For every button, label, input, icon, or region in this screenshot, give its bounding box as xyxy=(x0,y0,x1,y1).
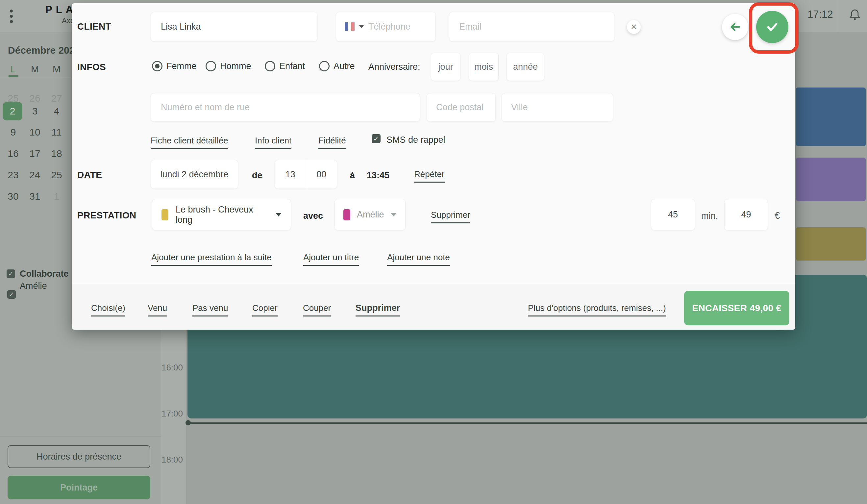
gender-radio-autre[interactable]: Autre xyxy=(319,61,355,72)
min-label: min. xyxy=(701,211,718,221)
start-time-inputs: 13 00 xyxy=(275,160,337,189)
time-label: 18:00 xyxy=(159,455,183,465)
pas-venu-link[interactable]: Pas venu xyxy=(192,303,228,317)
info-client-link[interactable]: Info client xyxy=(255,136,291,149)
encaisser-button[interactable]: ENCAISSER 49,00 € xyxy=(684,291,789,325)
gender-radio-enfant[interactable]: Enfant xyxy=(265,61,305,72)
collaborators-checkbox[interactable] xyxy=(7,269,15,278)
france-flag-icon[interactable] xyxy=(345,22,355,31)
zip-input[interactable]: Code postal xyxy=(427,93,496,122)
email-placeholder: Email xyxy=(459,22,482,32)
annotation-highlight-box xyxy=(749,2,799,54)
mini-calendar-day[interactable]: 10 xyxy=(25,123,45,141)
selected-dow-underline xyxy=(9,75,19,77)
mini-calendar-day[interactable]: 1 xyxy=(47,187,66,206)
avec-label: avec xyxy=(303,211,323,221)
mini-calendar-day[interactable]: 25 xyxy=(47,166,66,184)
birthday-day-input[interactable]: jour xyxy=(431,53,460,81)
radio-icon[interactable] xyxy=(205,61,216,72)
horaires-de-presence-button[interactable]: Horaires de présence xyxy=(8,445,150,468)
ajouter-prestation-link[interactable]: Ajouter une prestation à la suite xyxy=(151,252,272,266)
gender-radio-homme[interactable]: Homme xyxy=(205,61,251,72)
ajouter-titre-link[interactable]: Ajouter un titre xyxy=(303,252,359,266)
mini-calendar-dow-wednesday: M xyxy=(47,64,66,75)
phone-placeholder: Téléphone xyxy=(368,22,410,32)
birthday-year-input[interactable]: année xyxy=(506,53,544,81)
supprimer-link[interactable]: Supprimer xyxy=(355,303,400,317)
sms-rappel-label: SMS de rappel xyxy=(386,135,445,145)
price-input[interactable]: 49 xyxy=(724,199,768,230)
start-minute-input[interactable]: 00 xyxy=(306,160,337,189)
mini-calendar-month-title: Décembre 202 xyxy=(8,45,75,56)
birthday-month-input[interactable]: mois xyxy=(469,53,499,81)
anniversaire-label: Anniversaire: xyxy=(368,62,420,72)
radio-icon[interactable] xyxy=(319,61,330,72)
client-name-value: Lisa Linka xyxy=(161,22,201,32)
kebab-menu-icon[interactable] xyxy=(10,10,13,23)
city-input[interactable]: Ville xyxy=(502,93,613,122)
collaborator-amelie-checkbox[interactable] xyxy=(7,290,16,299)
mini-calendar-day[interactable]: 4 xyxy=(47,102,66,120)
collaborators-group-label: Collaborate xyxy=(20,269,69,279)
radio-icon[interactable] xyxy=(265,61,275,72)
prestation-section-label: PRESTATION xyxy=(77,210,136,221)
mini-calendar-day[interactable]: 18 xyxy=(47,144,66,163)
mini-calendar-day[interactable]: 31 xyxy=(25,187,45,206)
euro-label: € xyxy=(774,210,780,221)
plus-options-link[interactable]: Plus d'options (produits, remises, ...) xyxy=(528,303,666,317)
infos-section-label: INFOS xyxy=(77,62,106,72)
fiche-client-link[interactable]: Fiche client détaillée xyxy=(151,136,228,149)
mini-calendar-day[interactable]: 3 xyxy=(25,102,45,120)
chevron-down-icon[interactable] xyxy=(359,25,364,28)
mini-calendar-day[interactable]: 24 xyxy=(25,166,45,184)
mini-calendar-day[interactable]: 9 xyxy=(3,123,23,141)
mini-calendar-day[interactable]: 16 xyxy=(3,144,23,163)
start-hour-input[interactable]: 13 xyxy=(275,160,306,189)
phone-input[interactable]: Téléphone xyxy=(336,12,436,41)
sms-rappel-checkbox[interactable] xyxy=(372,134,381,143)
mini-calendar-day-selected[interactable]: 2 xyxy=(3,102,22,120)
street-input[interactable]: Numéro et nom de rue xyxy=(151,93,420,122)
clock: 17:12 xyxy=(807,9,833,20)
date-picker-button[interactable]: lundi 2 décembre xyxy=(151,160,238,189)
mini-calendar-day[interactable]: 11 xyxy=(47,123,66,141)
collaborator-amelie-label: Amélie xyxy=(20,281,47,291)
chevron-down-icon xyxy=(276,213,281,216)
venu-link[interactable]: Venu xyxy=(148,303,167,317)
arrow-left-icon xyxy=(729,21,741,33)
clear-client-button[interactable]: ✕ xyxy=(627,20,641,34)
mini-calendar-dow-monday: L xyxy=(3,64,23,75)
couper-link[interactable]: Couper xyxy=(303,303,331,317)
fidelite-link[interactable]: Fidélité xyxy=(318,136,346,149)
mini-calendar-dow-tuesday: M xyxy=(25,64,45,75)
pointage-button[interactable]: Pointage xyxy=(8,476,150,500)
app-root: PLA Axe 17:12 Décembre 202 L M M 25 26 2… xyxy=(0,0,867,504)
mini-calendar-day[interactable]: 17 xyxy=(25,144,45,163)
mini-calendar-day[interactable]: 30 xyxy=(3,187,23,206)
calendar-event-blue[interactable] xyxy=(796,87,866,146)
back-button[interactable] xyxy=(722,14,748,40)
ajouter-note-link[interactable]: Ajouter une note xyxy=(387,252,450,266)
chevron-down-icon xyxy=(391,213,397,216)
a-label: à xyxy=(350,170,355,181)
calendar-event-purple[interactable] xyxy=(796,158,866,201)
time-label: 16:00 xyxy=(159,363,183,373)
de-label: de xyxy=(252,170,263,181)
repeter-link[interactable]: Répéter xyxy=(414,169,445,183)
mini-calendar-day[interactable]: 23 xyxy=(3,166,23,184)
staff-dropdown[interactable]: Amélie xyxy=(334,199,406,230)
choisi-link[interactable]: Choisi(e) xyxy=(91,303,125,317)
supprimer-prestation-link[interactable]: Supprimer xyxy=(431,210,470,223)
topbar-divider xyxy=(837,0,837,32)
gender-radio-femme[interactable]: Femme xyxy=(152,61,197,72)
email-input[interactable]: Email xyxy=(449,12,614,41)
current-time-dot xyxy=(185,420,191,425)
calendar-event-olive[interactable] xyxy=(796,227,866,260)
duration-input[interactable]: 45 xyxy=(651,199,695,230)
notifications-bell-icon[interactable] xyxy=(848,8,861,23)
radio-selected-icon[interactable] xyxy=(152,61,162,72)
copier-link[interactable]: Copier xyxy=(252,303,278,317)
client-name-input[interactable]: Lisa Linka xyxy=(151,12,318,41)
time-label: 17:00 xyxy=(159,409,183,419)
service-dropdown[interactable]: Le brush - Cheveux long xyxy=(152,199,291,230)
